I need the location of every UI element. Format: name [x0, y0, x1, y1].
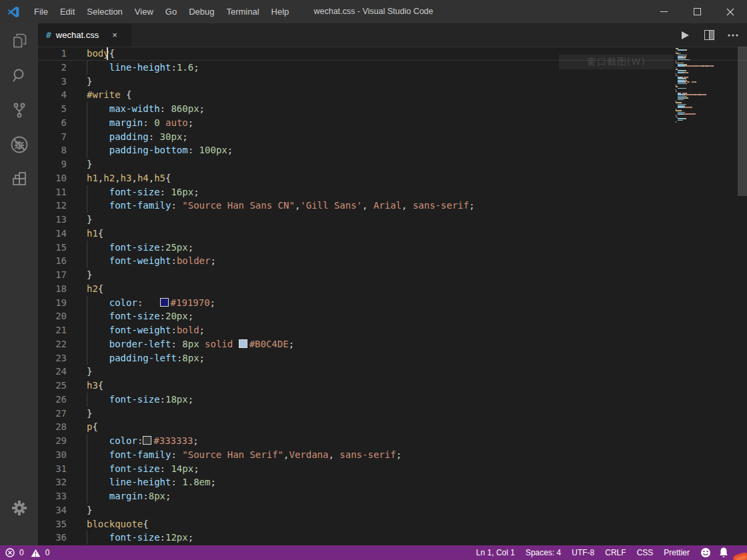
- code-text: }: [67, 365, 92, 379]
- code-line-24[interactable]: 24}: [38, 365, 747, 379]
- code-line-4[interactable]: 4#write {: [38, 88, 747, 102]
- maximize-button[interactable]: [680, 0, 714, 23]
- code-line-30[interactable]: 30 font-family: "Source Han Serif",Verda…: [38, 448, 747, 462]
- split-editor-button[interactable]: [700, 27, 718, 44]
- status-spaces-4[interactable]: Spaces: 4: [520, 545, 566, 560]
- search-icon[interactable]: [0, 58, 38, 93]
- code-line-22[interactable]: 22 border-left: 8px solid #B0C4DE;: [38, 337, 747, 351]
- code-line-10[interactable]: 10h1,h2,h3,h4,h5{: [38, 171, 747, 185]
- token-pun: :: [160, 103, 171, 114]
- code-line-13[interactable]: 13}: [38, 213, 747, 227]
- code-line-27[interactable]: 27}: [38, 407, 747, 421]
- settings-gear-icon[interactable]: [0, 491, 38, 525]
- code-text: }: [67, 157, 92, 171]
- line-number: 30: [38, 448, 67, 462]
- menu-debug[interactable]: Debug: [183, 0, 220, 23]
- more-actions-button[interactable]: [724, 27, 742, 44]
- code-line-9[interactable]: 9}: [38, 157, 747, 171]
- token-pun: ,: [131, 173, 137, 183]
- run-button[interactable]: [676, 27, 694, 44]
- menu-go[interactable]: Go: [159, 0, 183, 23]
- code-line-32[interactable]: 32 line-height: 1.8em;: [38, 475, 747, 489]
- minimap[interactable]: [676, 48, 737, 123]
- token-pun: :: [143, 117, 154, 128]
- menu-file[interactable]: File: [28, 0, 54, 23]
- token-num: 8px: [182, 353, 199, 363]
- feedback-smiley-icon[interactable]: [695, 545, 716, 560]
- code-line-26[interactable]: 26 font-size:18px;: [38, 393, 747, 407]
- token-pun: :: [171, 62, 176, 73]
- color-swatch[interactable]: [143, 436, 151, 445]
- problems-status[interactable]: 0 0: [0, 545, 59, 560]
- token-pun: ;: [165, 491, 171, 501]
- code-text: h1,h2,h3,h4,h5{: [67, 171, 171, 185]
- code-line-23[interactable]: 23 padding-left:8px;: [38, 351, 747, 365]
- code-line-7[interactable]: 7 padding: 30px;: [38, 130, 747, 144]
- token-hex: #B0C4DE: [249, 339, 289, 349]
- code-line-17[interactable]: 17}: [38, 268, 747, 282]
- code-line-31[interactable]: 31 font-size: 14px;: [38, 462, 747, 476]
- token-plain: [87, 311, 109, 321]
- menu-selection[interactable]: Selection: [81, 0, 128, 23]
- vertical-scrollbar[interactable]: [738, 47, 747, 545]
- code-text: font-size:25px;: [67, 241, 193, 255]
- code-line-33[interactable]: 33 margin:8px;: [38, 489, 747, 503]
- extensions-icon[interactable]: [0, 162, 38, 197]
- tab-close-icon[interactable]: ×: [108, 29, 121, 42]
- code-line-12[interactable]: 12 font-family: "Source Han Sans CN",'Gi…: [38, 199, 747, 213]
- token-pun: }: [87, 214, 92, 225]
- code-line-20[interactable]: 20 font-size:20px;: [38, 309, 747, 323]
- code-line-6[interactable]: 6 margin: 0 auto;: [38, 116, 747, 130]
- code-line-28[interactable]: 28p{: [38, 420, 747, 434]
- code-line-16[interactable]: 16 font-weight:bolder;: [38, 254, 747, 268]
- editor-actions: [676, 23, 742, 47]
- code-line-11[interactable]: 11 font-size: 16px;: [38, 185, 747, 199]
- token-num: 20px: [165, 311, 188, 321]
- code-text: body{: [67, 47, 115, 61]
- status-ln-1-col-1[interactable]: Ln 1, Col 1: [471, 545, 520, 560]
- status-prettier[interactable]: Prettier: [658, 545, 695, 560]
- code-line-15[interactable]: 15 font-size:25px;: [38, 241, 747, 255]
- code-line-8[interactable]: 8 padding-bottom: 100px;: [38, 143, 747, 157]
- code-editor[interactable]: 1body{2 line-height:1.6;3}4#write {5 max…: [38, 47, 747, 545]
- code-text: font-size:12px;: [67, 531, 193, 545]
- code-line-29[interactable]: 29 color:#333333;: [38, 434, 747, 448]
- source-control-icon[interactable]: [0, 93, 38, 127]
- token-plain: [87, 242, 109, 253]
- code-line-3[interactable]: 3}: [38, 75, 747, 89]
- token-plain: [87, 339, 109, 349]
- status-crlf[interactable]: CRLF: [600, 545, 631, 560]
- menu-help[interactable]: Help: [265, 0, 295, 23]
- tab-wechat-css[interactable]: # wechat.css ×: [38, 23, 131, 47]
- status-css[interactable]: CSS: [632, 545, 659, 560]
- menu-view[interactable]: View: [129, 0, 159, 23]
- token-prop: font-size: [109, 242, 160, 253]
- explorer-icon[interactable]: [0, 23, 38, 58]
- color-swatch[interactable]: [160, 298, 169, 307]
- token-prop: font-size: [109, 532, 160, 543]
- code-line-36[interactable]: 36 font-size:12px;: [38, 531, 747, 545]
- code-line-21[interactable]: 21 font-weight:bold;: [38, 323, 747, 337]
- code-line-18[interactable]: 18h2{: [38, 282, 747, 296]
- menu-edit[interactable]: Edit: [54, 0, 81, 23]
- code-line-5[interactable]: 5 max-width: 860px;: [38, 102, 747, 116]
- code-line-19[interactable]: 19 color: #191970;: [38, 296, 747, 310]
- code-line-34[interactable]: 34}: [38, 503, 747, 517]
- code-line-35[interactable]: 35blockquote{: [38, 517, 747, 531]
- token-plain: [87, 463, 109, 474]
- notifications-bell-icon[interactable]: [716, 545, 747, 560]
- minimize-button[interactable]: [647, 0, 680, 23]
- color-swatch[interactable]: [239, 339, 247, 348]
- code-line-25[interactable]: 25h3{: [38, 379, 747, 393]
- code-line-14[interactable]: 14h1{: [38, 227, 747, 241]
- menu-terminal[interactable]: Terminal: [220, 0, 265, 23]
- token-num: 30px: [160, 131, 183, 142]
- status-utf-8[interactable]: UTF-8: [566, 545, 600, 560]
- window-title: wechat.css - Visual Studio Code: [313, 0, 433, 23]
- line-number: 32: [38, 475, 67, 489]
- scrollbar-thumb[interactable]: [738, 47, 747, 196]
- token-prop: font-family: [109, 200, 171, 211]
- token-pun: :: [171, 449, 182, 460]
- close-button[interactable]: [714, 0, 747, 23]
- debug-icon[interactable]: [0, 127, 38, 162]
